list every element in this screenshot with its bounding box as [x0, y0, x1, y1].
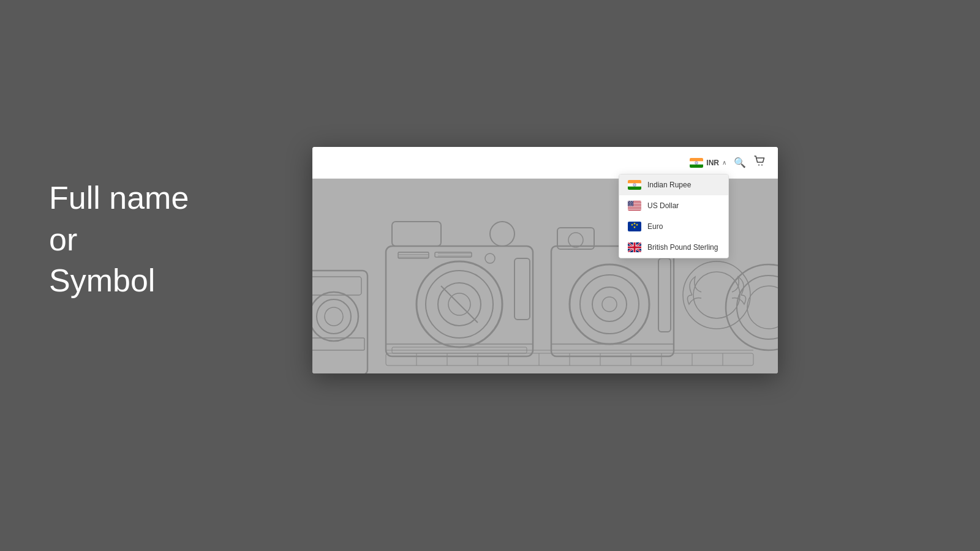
svg-point-23	[631, 202, 631, 203]
dropdown-item-eur[interactable]: Euro	[619, 216, 728, 237]
svg-point-22	[630, 201, 631, 202]
svg-point-25	[628, 203, 629, 203]
navbar-right: INR ∧ 🔍	[690, 155, 766, 170]
svg-rect-18	[628, 209, 641, 210]
dropdown-item-inr[interactable]: Indian Rupee	[619, 174, 728, 195]
dropdown-item-usd-label: US Dollar	[647, 201, 679, 210]
svg-point-5	[758, 165, 760, 166]
svg-point-32	[630, 204, 631, 205]
svg-point-28	[631, 203, 631, 204]
us-flag-dropdown-icon	[628, 201, 641, 211]
svg-rect-16	[628, 206, 641, 207]
svg-rect-1	[690, 158, 703, 161]
currency-code-label: INR	[706, 159, 719, 167]
svg-point-4	[696, 162, 697, 163]
svg-point-26	[629, 203, 630, 204]
svg-point-6	[761, 165, 763, 166]
india-flag-icon	[690, 158, 703, 168]
svg-point-30	[628, 204, 629, 205]
svg-point-27	[630, 203, 631, 203]
svg-point-31	[629, 205, 630, 206]
svg-point-21	[629, 202, 630, 203]
dropdown-item-gbp[interactable]: British Pound Sterling	[619, 237, 728, 258]
navbar: INR ∧ 🔍	[312, 147, 778, 179]
svg-rect-17	[628, 208, 641, 208]
dropdown-item-eur-label: Euro	[647, 222, 663, 231]
svg-rect-2	[690, 164, 703, 167]
dropdown-item-usd[interactable]: US Dollar	[619, 195, 728, 216]
line1: Full name	[49, 178, 189, 219]
search-icon[interactable]: 🔍	[734, 157, 746, 168]
currency-dropdown: Indian Rupee	[619, 174, 729, 258]
uk-flag-dropdown-icon	[628, 242, 641, 252]
svg-point-29	[632, 203, 633, 203]
left-label: Full name or Symbol	[49, 178, 189, 302]
svg-point-33	[631, 205, 631, 206]
india-flag-dropdown-icon	[628, 180, 641, 190]
currency-selector[interactable]: INR ∧	[690, 158, 726, 168]
svg-point-34	[632, 204, 633, 205]
svg-rect-9	[628, 187, 641, 190]
svg-point-11	[635, 185, 635, 186]
svg-point-20	[628, 201, 629, 202]
svg-rect-8	[628, 180, 641, 183]
browser-window: INR ∧ 🔍	[312, 147, 778, 373]
line2: or	[49, 219, 189, 261]
dropdown-item-inr-label: Indian Rupee	[647, 181, 691, 189]
eu-flag-dropdown-icon	[628, 222, 641, 231]
cart-icon[interactable]	[753, 155, 766, 170]
dropdown-item-gbp-label: British Pound Sterling	[647, 243, 718, 252]
line3: Symbol	[49, 260, 189, 302]
chevron-up-icon: ∧	[722, 159, 726, 166]
svg-point-24	[632, 201, 633, 202]
